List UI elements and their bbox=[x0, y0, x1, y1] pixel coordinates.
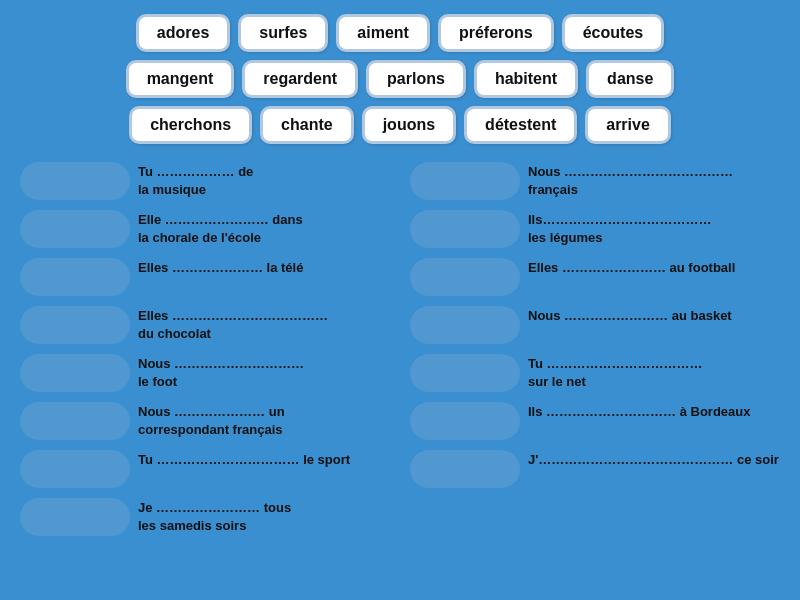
drop-box-right-0[interactable] bbox=[410, 162, 520, 200]
exercise-item-left-4: Nous ………………………… le foot bbox=[20, 352, 390, 392]
word-chip-1-2[interactable]: parlons bbox=[366, 60, 466, 98]
word-bank: adoressurfesaimentpréferonsécoutesmangen… bbox=[0, 0, 800, 154]
exercise-item-right-2: Elles …………………… au football bbox=[410, 256, 780, 296]
exercise-item-right-4: Tu ……………………………… sur le net bbox=[410, 352, 780, 392]
exercise-item-left-5: Nous ………………… un correspondant français bbox=[20, 400, 390, 440]
drop-box-right-3[interactable] bbox=[410, 306, 520, 344]
word-chip-1-3[interactable]: habitent bbox=[474, 60, 578, 98]
exercise-text-left-4: Nous ………………………… le foot bbox=[138, 352, 304, 391]
exercise-text-right-5: Ils ………………………… à Bordeaux bbox=[528, 400, 750, 421]
word-row-2: cherchonschantejouonsdétestentarrive bbox=[14, 106, 786, 144]
exercise-text-right-3: Nous …………………… au basket bbox=[528, 304, 732, 325]
word-chip-0-0[interactable]: adores bbox=[136, 14, 230, 52]
drop-box-left-0[interactable] bbox=[20, 162, 130, 200]
drop-box-left-1[interactable] bbox=[20, 210, 130, 248]
exercise-text-right-6: J'……………………………………… ce soir bbox=[528, 448, 779, 469]
word-chip-2-4[interactable]: arrive bbox=[585, 106, 671, 144]
word-chip-2-3[interactable]: détestent bbox=[464, 106, 577, 144]
word-chip-1-0[interactable]: mangent bbox=[126, 60, 235, 98]
exercise-text-right-0: Nous ………………………………… français bbox=[528, 160, 733, 199]
drop-box-left-2[interactable] bbox=[20, 258, 130, 296]
exercise-text-left-6: Tu …………………………… le sport bbox=[138, 448, 350, 469]
drop-box-right-1[interactable] bbox=[410, 210, 520, 248]
drop-box-right-5[interactable] bbox=[410, 402, 520, 440]
exercise-area: Tu ……………… de la musiqueNous ………………………………… bbox=[0, 154, 800, 540]
word-chip-0-2[interactable]: aiment bbox=[336, 14, 430, 52]
word-chip-2-2[interactable]: jouons bbox=[362, 106, 456, 144]
word-chip-0-4[interactable]: écoutes bbox=[562, 14, 664, 52]
exercise-item-right-0: Nous ………………………………… français bbox=[410, 160, 780, 200]
exercise-text-left-5: Nous ………………… un correspondant français bbox=[138, 400, 285, 439]
exercise-text-left-3: Elles ……………………………… du chocolat bbox=[138, 304, 328, 343]
word-chip-0-1[interactable]: surfes bbox=[238, 14, 328, 52]
exercise-item-left-2: Elles ………………… la télé bbox=[20, 256, 390, 296]
exercise-text-left-7: Je …………………… tous les samedis soirs bbox=[138, 496, 291, 535]
exercise-text-right-4: Tu ……………………………… sur le net bbox=[528, 352, 703, 391]
exercise-item-right-1: Ils………………………………… les légumes bbox=[410, 208, 780, 248]
exercise-text-left-0: Tu ……………… de la musique bbox=[138, 160, 253, 199]
drop-box-right-2[interactable] bbox=[410, 258, 520, 296]
exercise-item-left-6: Tu …………………………… le sport bbox=[20, 448, 390, 488]
drop-box-right-6[interactable] bbox=[410, 450, 520, 488]
exercise-item-left-7: Je …………………… tous les samedis soirs bbox=[20, 496, 390, 536]
drop-box-left-4[interactable] bbox=[20, 354, 130, 392]
word-chip-1-4[interactable]: danse bbox=[586, 60, 674, 98]
word-chip-0-3[interactable]: préferons bbox=[438, 14, 554, 52]
exercise-text-left-2: Elles ………………… la télé bbox=[138, 256, 303, 277]
drop-box-left-7[interactable] bbox=[20, 498, 130, 536]
drop-box-left-5[interactable] bbox=[20, 402, 130, 440]
drop-box-left-6[interactable] bbox=[20, 450, 130, 488]
word-row-1: mangentregardentparlonshabitentdanse bbox=[14, 60, 786, 98]
exercise-text-left-1: Elle …………………… dans la chorale de l'école bbox=[138, 208, 303, 247]
exercise-item-right-3: Nous …………………… au basket bbox=[410, 304, 780, 344]
word-row-0: adoressurfesaimentpréferonsécoutes bbox=[14, 14, 786, 52]
exercise-text-right-2: Elles …………………… au football bbox=[528, 256, 735, 277]
word-chip-2-1[interactable]: chante bbox=[260, 106, 354, 144]
word-chip-2-0[interactable]: cherchons bbox=[129, 106, 252, 144]
exercise-item-left-0: Tu ……………… de la musique bbox=[20, 160, 390, 200]
exercise-item-right-7 bbox=[410, 496, 780, 536]
exercise-item-left-3: Elles ……………………………… du chocolat bbox=[20, 304, 390, 344]
word-chip-1-1[interactable]: regardent bbox=[242, 60, 358, 98]
drop-box-right-4[interactable] bbox=[410, 354, 520, 392]
exercise-item-right-5: Ils ………………………… à Bordeaux bbox=[410, 400, 780, 440]
drop-box-left-3[interactable] bbox=[20, 306, 130, 344]
exercise-item-left-1: Elle …………………… dans la chorale de l'école bbox=[20, 208, 390, 248]
exercise-text-right-1: Ils………………………………… les légumes bbox=[528, 208, 711, 247]
exercise-item-right-6: J'……………………………………… ce soir bbox=[410, 448, 780, 488]
